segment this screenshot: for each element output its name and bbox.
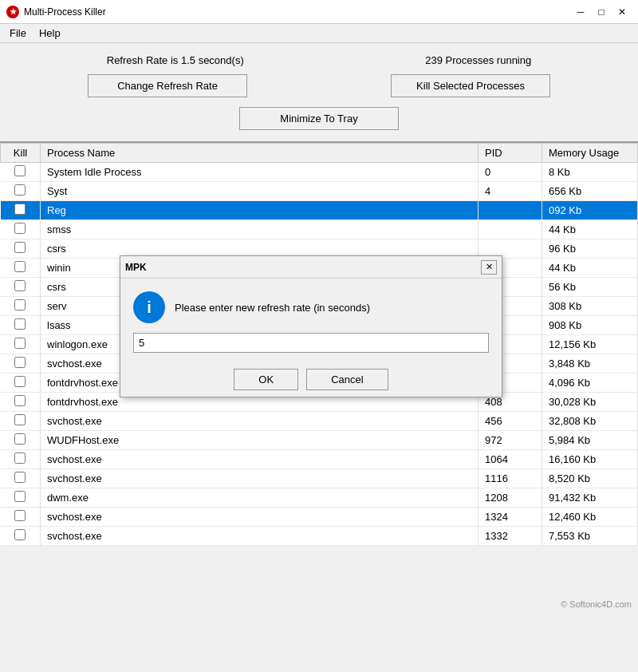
dialog-content: i Please enter new refresh rate (in seco… — [120, 279, 502, 366]
dialog-title: MPK — [125, 262, 147, 273]
refresh-rate-input[interactable] — [133, 333, 489, 353]
info-icon: i — [133, 291, 165, 323]
dialog-prompt: Please enter new refresh rate (in second… — [175, 302, 370, 314]
dialog-cancel-button[interactable]: Cancel — [306, 369, 388, 390]
dialog-ok-button[interactable]: OK — [234, 369, 298, 390]
mpk-dialog: MPK ✕ i Please enter new refresh rate (i… — [120, 255, 502, 397]
dialog-buttons: OK Cancel — [120, 366, 502, 397]
dialog-titlebar: MPK ✕ — [120, 256, 502, 279]
dialog-info-row: i Please enter new refresh rate (in seco… — [133, 291, 489, 323]
dialog-overlay: MPK ✕ i Please enter new refresh rate (i… — [0, 0, 638, 672]
dialog-close-button[interactable]: ✕ — [481, 260, 497, 275]
